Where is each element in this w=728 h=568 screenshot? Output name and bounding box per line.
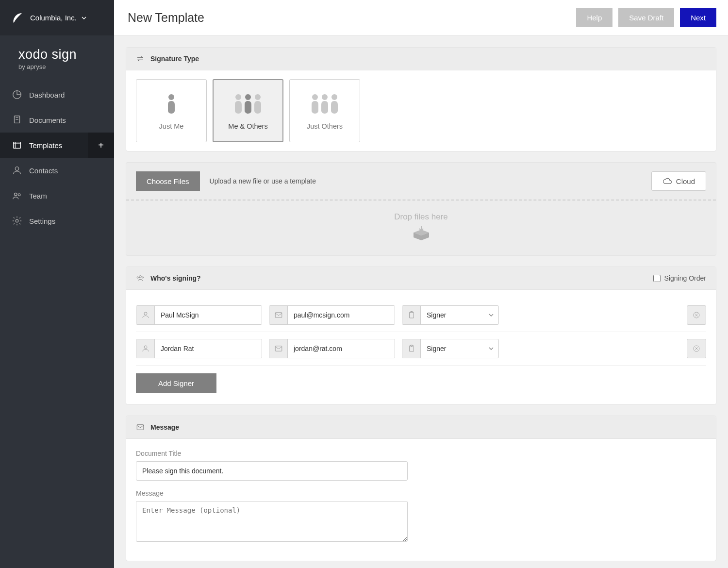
message-textarea[interactable] (136, 501, 408, 542)
svg-point-5 (18, 194, 20, 196)
team-icon (12, 190, 22, 201)
user-icon (141, 344, 150, 353)
svg-rect-18 (275, 313, 282, 318)
sidebar: Columbia, Inc. xodo sign by apryse Dashb… (0, 0, 114, 568)
signer-email-input[interactable] (288, 339, 395, 358)
cloud-label: Cloud (676, 177, 695, 185)
person-icon (159, 91, 183, 116)
svg-rect-27 (137, 425, 144, 430)
svg-rect-2 (14, 142, 21, 149)
upload-hint: Upload a new file or use a template (210, 177, 316, 185)
signature-option-label: Me & Others (228, 122, 267, 130)
upload-panel: Choose Files Upload a new file or use a … (126, 162, 716, 256)
signing-order-toggle[interactable]: Signing Order (653, 274, 706, 282)
brand-subtitle: by apryse (18, 63, 102, 70)
signature-option-label: Just Others (307, 122, 343, 130)
sidebar-item-settings[interactable]: Settings (0, 208, 114, 234)
signer-role-select[interactable] (402, 305, 499, 325)
svg-point-9 (245, 94, 251, 100)
svg-point-11 (312, 94, 318, 100)
svg-point-15 (137, 277, 138, 278)
remove-signer-button[interactable] (687, 339, 706, 358)
signer-email-field[interactable] (269, 305, 395, 325)
drop-zone[interactable]: Drop files here (126, 200, 716, 255)
sidebar-item-documents[interactable]: Documents (0, 107, 114, 133)
signer-name-input[interactable] (155, 306, 262, 324)
sidebar-item-dashboard[interactable]: Dashboard (0, 82, 114, 107)
sidebar-item-label: Team (29, 192, 47, 200)
swap-icon (136, 54, 145, 63)
cloud-button[interactable]: Cloud (651, 171, 706, 191)
sidebar-item-contacts[interactable]: Contacts (0, 158, 114, 183)
signing-panel: Who's signing? Signing Order (126, 267, 716, 405)
sidebar-item-team[interactable]: Team (0, 183, 114, 208)
svg-point-16 (142, 277, 144, 278)
choose-files-button[interactable]: Choose Files (136, 171, 200, 191)
sidebar-item-templates[interactable]: Templates + (0, 133, 114, 158)
add-template-button[interactable]: + (88, 133, 114, 158)
doc-title-input[interactable] (136, 461, 408, 481)
clipboard-icon (407, 344, 416, 353)
svg-point-17 (144, 312, 147, 315)
signer-role-select[interactable] (402, 339, 499, 358)
svg-point-14 (139, 276, 142, 278)
svg-point-10 (255, 94, 261, 100)
signer-email-input[interactable] (288, 306, 395, 324)
mail-icon (136, 423, 145, 432)
signing-order-checkbox[interactable] (653, 275, 661, 282)
caret-down-icon (82, 17, 86, 19)
signer-email-field[interactable] (269, 339, 395, 358)
signer-row (136, 299, 706, 332)
help-button[interactable]: Help (576, 8, 612, 27)
header: New Template Help Save Draft Next (114, 0, 728, 35)
signer-name-field[interactable] (136, 339, 262, 358)
remove-icon (693, 311, 700, 319)
signer-name-input[interactable] (155, 339, 262, 358)
next-button[interactable]: Next (680, 8, 716, 27)
signature-option-me-and-others[interactable]: Me & Others (213, 79, 283, 142)
box-download-icon (412, 225, 431, 242)
svg-point-4 (15, 193, 17, 196)
signature-option-just-me[interactable]: Just Me (136, 79, 207, 142)
sidebar-item-label: Dashboard (29, 91, 65, 99)
svg-point-22 (144, 346, 147, 349)
svg-point-13 (331, 94, 337, 100)
svg-rect-23 (275, 346, 282, 351)
save-draft-button[interactable]: Save Draft (618, 8, 674, 27)
message-label: Message (136, 489, 706, 497)
caret-down-icon (489, 314, 494, 317)
sidebar-item-label: Templates (29, 141, 62, 150)
signer-name-field[interactable] (136, 305, 262, 325)
signature-type-panel: Signature Type Just Me (126, 47, 716, 151)
remove-icon (693, 345, 700, 352)
svg-point-7 (168, 94, 174, 100)
documents-icon (12, 115, 22, 125)
add-signer-button[interactable]: Add Signer (136, 373, 216, 393)
signature-option-just-others[interactable]: Just Others (289, 79, 360, 142)
drop-text: Drop files here (138, 212, 704, 222)
org-name: Columbia, Inc. (30, 14, 77, 22)
user-icon (141, 311, 150, 319)
signer-role-value[interactable] (421, 306, 484, 324)
message-panel: Message Document Title Message (126, 416, 716, 561)
brand-title: xodo sign (18, 47, 102, 62)
signature-option-label: Just Me (159, 122, 184, 130)
signer-role-value[interactable] (421, 339, 484, 358)
clipboard-icon (407, 311, 416, 319)
panel-title: Signature Type (150, 55, 199, 63)
brand: xodo sign by apryse (0, 35, 114, 77)
signers-icon (136, 274, 145, 283)
svg-point-3 (15, 167, 18, 170)
mail-icon (274, 344, 283, 353)
org-switcher[interactable]: Columbia, Inc. (0, 0, 114, 35)
caret-down-icon (489, 347, 494, 350)
signing-order-label: Signing Order (664, 274, 706, 282)
contacts-icon (12, 165, 22, 176)
remove-signer-button[interactable] (687, 305, 706, 325)
templates-icon (12, 140, 22, 150)
dashboard-icon (12, 89, 22, 100)
people-icon (307, 91, 342, 116)
svg-point-12 (322, 94, 328, 100)
sidebar-item-label: Contacts (29, 167, 58, 175)
feather-logo-icon (10, 11, 24, 25)
